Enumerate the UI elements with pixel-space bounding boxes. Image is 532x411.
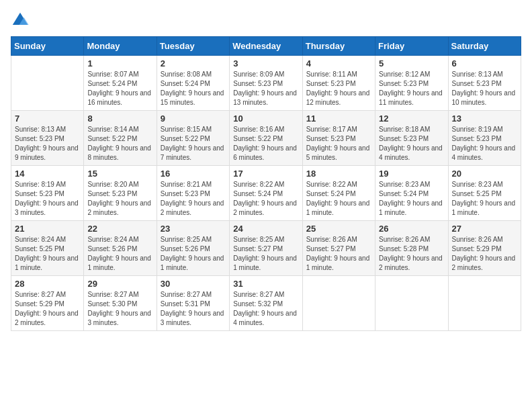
calendar-cell: 26Sunrise: 8:26 AM Sunset: 5:28 PM Dayli… [375,221,448,276]
day-number: 12 [379,113,444,124]
day-info: Sunrise: 8:20 AM Sunset: 5:23 PM Dayligh… [87,180,152,218]
day-number: 16 [161,169,226,179]
day-info: Sunrise: 8:26 AM Sunset: 5:29 PM Dayligh… [452,235,517,273]
calendar-header-row: SundayMondayTuesdayWednesdayThursdayFrid… [11,37,521,56]
day-number: 24 [233,224,298,234]
calendar-cell: 16Sunrise: 8:21 AM Sunset: 5:23 PM Dayli… [157,166,229,221]
calendar-cell: 29Sunrise: 8:27 AM Sunset: 5:30 PM Dayli… [84,276,157,331]
day-info: Sunrise: 8:25 AM Sunset: 5:27 PM Dayligh… [233,235,298,273]
day-number: 4 [306,58,371,68]
calendar-cell: 13Sunrise: 8:19 AM Sunset: 5:23 PM Dayli… [448,111,521,166]
calendar-cell: 11Sunrise: 8:17 AM Sunset: 5:23 PM Dayli… [302,111,375,166]
calendar-cell: 15Sunrise: 8:20 AM Sunset: 5:23 PM Dayli… [84,166,157,221]
day-info: Sunrise: 8:27 AM Sunset: 5:31 PM Dayligh… [161,290,226,328]
day-number: 13 [452,113,517,124]
day-info: Sunrise: 8:23 AM Sunset: 5:25 PM Dayligh… [452,180,517,218]
day-info: Sunrise: 8:24 AM Sunset: 5:26 PM Dayligh… [87,235,152,273]
calendar-cell: 30Sunrise: 8:27 AM Sunset: 5:31 PM Dayli… [157,276,229,331]
day-number: 3 [233,58,298,68]
day-info: Sunrise: 8:15 AM Sunset: 5:22 PM Dayligh… [161,125,226,163]
day-info: Sunrise: 8:11 AM Sunset: 5:23 PM Dayligh… [306,70,371,107]
day-info: Sunrise: 8:12 AM Sunset: 5:23 PM Dayligh… [379,70,444,107]
calendar-cell: 3Sunrise: 8:09 AM Sunset: 5:23 PM Daylig… [230,56,302,111]
day-number: 8 [87,113,152,124]
calendar-week-row: 28Sunrise: 8:27 AM Sunset: 5:29 PM Dayli… [11,276,521,331]
day-info: Sunrise: 8:26 AM Sunset: 5:28 PM Dayligh… [379,235,444,273]
day-info: Sunrise: 8:18 AM Sunset: 5:23 PM Dayligh… [379,125,444,163]
day-info: Sunrise: 8:08 AM Sunset: 5:24 PM Dayligh… [161,70,226,107]
day-info: Sunrise: 8:23 AM Sunset: 5:24 PM Dayligh… [379,180,444,218]
calendar-cell: 7Sunrise: 8:13 AM Sunset: 5:23 PM Daylig… [11,111,84,166]
day-number: 1 [87,58,152,68]
calendar-cell: 28Sunrise: 8:27 AM Sunset: 5:29 PM Dayli… [11,276,84,331]
day-info: Sunrise: 8:19 AM Sunset: 5:23 PM Dayligh… [452,125,517,163]
day-number: 22 [87,224,152,234]
calendar-header-saturday: Saturday [448,37,521,56]
calendar-week-row: 14Sunrise: 8:19 AM Sunset: 5:23 PM Dayli… [11,166,521,221]
calendar-cell: 14Sunrise: 8:19 AM Sunset: 5:23 PM Dayli… [11,166,84,221]
calendar-cell: 10Sunrise: 8:16 AM Sunset: 5:22 PM Dayli… [230,111,302,166]
calendar-cell: 20Sunrise: 8:23 AM Sunset: 5:25 PM Dayli… [448,166,521,221]
calendar-cell: 25Sunrise: 8:26 AM Sunset: 5:27 PM Dayli… [302,221,375,276]
calendar-cell: 24Sunrise: 8:25 AM Sunset: 5:27 PM Dayli… [230,221,302,276]
day-number: 2 [161,58,226,68]
day-info: Sunrise: 8:25 AM Sunset: 5:26 PM Dayligh… [161,235,226,273]
calendar-cell [302,276,375,331]
calendar-cell: 6Sunrise: 8:13 AM Sunset: 5:23 PM Daylig… [448,56,521,111]
day-info: Sunrise: 8:14 AM Sunset: 5:22 PM Dayligh… [87,125,152,163]
calendar-cell: 27Sunrise: 8:26 AM Sunset: 5:29 PM Dayli… [448,221,521,276]
day-info: Sunrise: 8:27 AM Sunset: 5:32 PM Dayligh… [233,290,298,328]
day-number: 27 [452,224,517,234]
day-info: Sunrise: 8:22 AM Sunset: 5:24 PM Dayligh… [306,180,371,218]
day-info: Sunrise: 8:26 AM Sunset: 5:27 PM Dayligh… [306,235,371,273]
calendar-cell: 8Sunrise: 8:14 AM Sunset: 5:22 PM Daylig… [84,111,157,166]
calendar-header-thursday: Thursday [302,37,375,56]
calendar-week-row: 7Sunrise: 8:13 AM Sunset: 5:23 PM Daylig… [11,111,521,166]
logo-icon [11,11,30,30]
day-number: 31 [233,279,298,289]
day-number: 29 [87,279,152,289]
calendar-cell: 23Sunrise: 8:25 AM Sunset: 5:26 PM Dayli… [157,221,229,276]
day-number: 15 [87,169,152,179]
day-info: Sunrise: 8:22 AM Sunset: 5:24 PM Dayligh… [233,180,298,218]
calendar-cell: 1Sunrise: 8:07 AM Sunset: 5:24 PM Daylig… [84,56,157,111]
calendar-cell: 9Sunrise: 8:15 AM Sunset: 5:22 PM Daylig… [157,111,229,166]
day-info: Sunrise: 8:19 AM Sunset: 5:23 PM Dayligh… [15,180,80,218]
day-info: Sunrise: 8:27 AM Sunset: 5:29 PM Dayligh… [15,290,80,328]
calendar-cell: 2Sunrise: 8:08 AM Sunset: 5:24 PM Daylig… [157,56,229,111]
calendar-cell: 12Sunrise: 8:18 AM Sunset: 5:23 PM Dayli… [375,111,448,166]
day-number: 5 [379,58,444,68]
day-number: 20 [452,169,517,179]
calendar-header-wednesday: Wednesday [230,37,302,56]
day-number: 21 [15,224,80,234]
day-info: Sunrise: 8:21 AM Sunset: 5:23 PM Dayligh… [161,180,226,218]
day-info: Sunrise: 8:07 AM Sunset: 5:24 PM Dayligh… [87,70,152,107]
day-info: Sunrise: 8:13 AM Sunset: 5:23 PM Dayligh… [15,125,80,163]
calendar-cell [448,276,521,331]
day-info: Sunrise: 8:13 AM Sunset: 5:23 PM Dayligh… [452,70,517,107]
day-number: 26 [379,224,444,234]
day-number: 28 [15,279,80,289]
day-number: 9 [161,113,226,124]
day-number: 14 [15,169,80,179]
page-header [11,11,521,30]
calendar-header-tuesday: Tuesday [157,37,229,56]
day-number: 19 [379,169,444,179]
day-number: 7 [15,113,80,124]
day-number: 17 [233,169,298,179]
logo [11,11,32,30]
day-number: 6 [452,58,517,68]
calendar-header-friday: Friday [375,37,448,56]
calendar-cell: 4Sunrise: 8:11 AM Sunset: 5:23 PM Daylig… [302,56,375,111]
calendar-cell: 31Sunrise: 8:27 AM Sunset: 5:32 PM Dayli… [230,276,302,331]
calendar-cell: 5Sunrise: 8:12 AM Sunset: 5:23 PM Daylig… [375,56,448,111]
calendar-week-row: 1Sunrise: 8:07 AM Sunset: 5:24 PM Daylig… [11,56,521,111]
calendar-week-row: 21Sunrise: 8:24 AM Sunset: 5:25 PM Dayli… [11,221,521,276]
day-number: 23 [161,224,226,234]
calendar-cell: 19Sunrise: 8:23 AM Sunset: 5:24 PM Dayli… [375,166,448,221]
calendar-cell: 21Sunrise: 8:24 AM Sunset: 5:25 PM Dayli… [11,221,84,276]
day-number: 11 [306,113,371,124]
day-info: Sunrise: 8:27 AM Sunset: 5:30 PM Dayligh… [87,290,152,328]
day-info: Sunrise: 8:17 AM Sunset: 5:23 PM Dayligh… [306,125,371,163]
day-number: 25 [306,224,371,234]
